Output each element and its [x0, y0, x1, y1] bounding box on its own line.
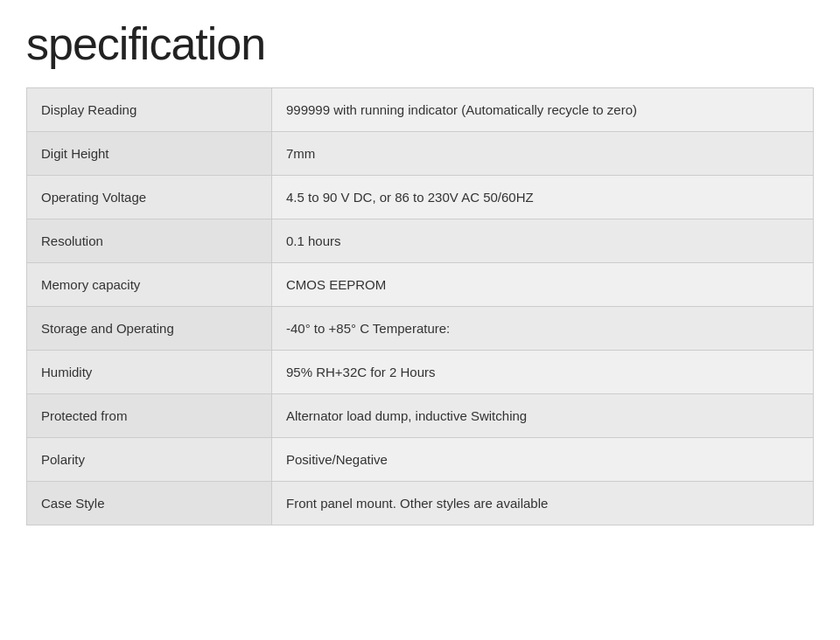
spec-label: Digit Height [27, 132, 272, 176]
spec-label: Polarity [27, 438, 272, 482]
spec-label: Operating Voltage [27, 176, 272, 219]
spec-value: Front panel mount. Other styles are avai… [272, 482, 814, 525]
spec-label: Humidity [27, 351, 272, 394]
spec-value: -40° to +85° C Temperature: [272, 307, 814, 351]
spec-label: Case Style [27, 482, 272, 525]
table-row: Resolution0.1 hours [27, 219, 814, 263]
spec-value: 4.5 to 90 V DC, or 86 to 230V AC 50/60HZ [272, 176, 814, 219]
spec-value: 999999 with running indicator (Automatic… [272, 88, 814, 132]
table-row: Operating Voltage4.5 to 90 V DC, or 86 t… [27, 176, 814, 219]
table-row: Humidity95% RH+32C for 2 Hours [27, 351, 814, 394]
table-row: Digit Height7mm [27, 132, 814, 176]
table-row: Memory capacityCMOS EEPROM [27, 263, 814, 307]
spec-value: 7mm [272, 132, 814, 176]
spec-label: Memory capacity [27, 263, 272, 307]
spec-value: 0.1 hours [272, 219, 814, 263]
page-title: specification [26, 17, 814, 70]
spec-value: Alternator load dump, inductive Switchin… [272, 394, 814, 438]
spec-value: 95% RH+32C for 2 Hours [272, 351, 814, 394]
table-row: Protected fromAlternator load dump, indu… [27, 394, 814, 438]
spec-label: Display Reading [27, 88, 272, 132]
spec-value: CMOS EEPROM [272, 263, 814, 307]
table-row: Storage and Operating-40° to +85° C Temp… [27, 307, 814, 351]
table-row: Case StyleFront panel mount. Other style… [27, 482, 814, 525]
specification-table: Display Reading999999 with running indic… [26, 87, 814, 525]
spec-label: Protected from [27, 394, 272, 438]
spec-value: Positive/Negative [272, 438, 814, 482]
spec-label: Resolution [27, 219, 272, 263]
table-row: PolarityPositive/Negative [27, 438, 814, 482]
table-row: Display Reading999999 with running indic… [27, 88, 814, 132]
spec-label: Storage and Operating [27, 307, 272, 351]
